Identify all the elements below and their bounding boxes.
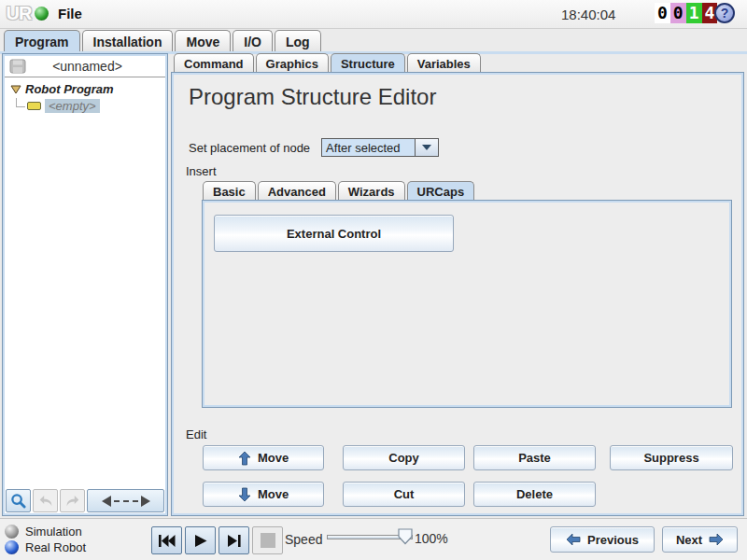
placement-label: Set placement of node — [189, 141, 310, 155]
status-orb-icon — [35, 7, 49, 21]
page-title: Program Structure Editor — [189, 84, 436, 110]
placement-row: Set placement of node After selected — [189, 138, 439, 157]
expand-triangle-icon[interactable] — [10, 85, 21, 94]
insert-label: Insert — [186, 164, 217, 178]
step-forward-button[interactable] — [218, 526, 249, 554]
tab-command[interactable]: Command — [174, 53, 254, 73]
polyscope-window: UR File 18:40:04 0 0 1 4 ? Program Insta… — [0, 0, 747, 560]
real-robot-radio-icon[interactable] — [5, 540, 19, 554]
tab-move[interactable]: Move — [175, 30, 231, 51]
top-bar: UR File 18:40:04 0 0 1 4 ? — [0, 0, 747, 29]
main-tab-bar: Program Installation Move I/O Log — [4, 30, 321, 51]
search-icon — [10, 493, 26, 509]
redo-icon — [64, 494, 81, 508]
delete-button[interactable]: Delete — [473, 482, 596, 507]
skip-end-icon — [226, 534, 242, 548]
help-icon[interactable]: ? — [714, 3, 735, 23]
tree-root-label: Robot Program — [25, 82, 114, 96]
tab-urcaps[interactable]: URCaps — [407, 181, 475, 201]
structure-editor-panel: Program Structure Editor Set placement o… — [172, 73, 743, 515]
tab-basic[interactable]: Basic — [203, 181, 256, 201]
empty-node-icon — [27, 102, 41, 110]
tree-connector — [16, 98, 25, 107]
real-robot-mode-option[interactable]: Real Robot — [5, 540, 86, 554]
placement-dropdown-arrow[interactable] — [415, 138, 439, 157]
insert-tab-bar: Basic Advanced Wizards URCaps — [203, 181, 474, 201]
program-file-header: <unnamed> — [5, 56, 165, 77]
urcaps-insert-panel: External Control — [203, 201, 731, 407]
previous-button[interactable]: Previous — [550, 526, 655, 553]
ur-logo-icon: UR — [2, 0, 35, 26]
suppress-button[interactable]: Suppress — [610, 445, 733, 470]
tab-wizards[interactable]: Wizards — [338, 181, 405, 201]
bottom-bar: Simulation Real Robot S — [0, 518, 747, 560]
move-up-icon — [238, 451, 251, 466]
undo-icon — [37, 494, 54, 508]
save-icon — [9, 59, 26, 74]
counter-digit: 0 — [670, 3, 686, 23]
tab-io[interactable]: I/O — [233, 30, 273, 51]
redo-button[interactable] — [60, 489, 85, 512]
cut-button[interactable]: Cut — [343, 482, 465, 507]
program-tree-panel: <unnamed> Robot Program <empty> — [3, 54, 167, 515]
move-down-button[interactable]: Move — [203, 482, 324, 507]
tab-program[interactable]: Program — [4, 30, 80, 51]
tab-structure[interactable]: Structure — [331, 53, 405, 73]
tree-row-root[interactable]: Robot Program — [10, 82, 165, 96]
speed-label: Speed — [285, 532, 322, 547]
stop-button[interactable] — [252, 526, 283, 554]
search-button[interactable] — [6, 489, 31, 512]
tree-toolbar — [6, 489, 164, 512]
next-icon — [709, 533, 724, 546]
undo-button[interactable] — [33, 489, 58, 512]
resize-icon — [102, 496, 111, 507]
edit-label: Edit — [186, 427, 206, 441]
counter-digit: 0 — [655, 3, 670, 23]
move-down-icon — [238, 487, 251, 502]
tab-installation[interactable]: Installation — [82, 30, 174, 51]
tab-graphics[interactable]: Graphics — [256, 53, 329, 73]
move-up-button[interactable]: Move — [203, 445, 324, 470]
program-name: <unnamed> — [26, 59, 148, 74]
skip-start-icon — [158, 534, 176, 548]
play-icon — [193, 534, 208, 548]
external-control-button[interactable]: External Control — [214, 215, 454, 252]
simulation-radio-icon[interactable] — [5, 525, 19, 539]
speed-slider-thumb[interactable] — [398, 528, 413, 545]
speed-value: 100% — [415, 531, 448, 546]
copy-button[interactable]: Copy — [343, 445, 465, 470]
play-button[interactable] — [185, 526, 216, 554]
simulation-mode-option[interactable]: Simulation — [5, 525, 82, 539]
skip-to-start-button[interactable] — [151, 526, 182, 554]
file-menu[interactable]: File — [58, 6, 82, 21]
real-robot-label: Real Robot — [25, 540, 86, 554]
chevron-down-icon — [422, 145, 431, 150]
paste-button[interactable]: Paste — [473, 445, 596, 470]
program-tree: Robot Program <empty> — [5, 77, 165, 488]
tree-row-empty[interactable]: <empty> — [16, 98, 165, 114]
clock: 18:40:04 — [561, 7, 615, 22]
stop-icon — [261, 533, 275, 548]
tree-empty-label: <empty> — [45, 99, 100, 113]
simulation-label: Simulation — [25, 525, 82, 539]
tab-variables[interactable]: Variables — [407, 53, 481, 73]
tab-log[interactable]: Log — [275, 30, 321, 51]
state-counter: 0 0 1 4 — [655, 3, 717, 23]
editor-tab-bar: Command Graphics Structure Variables — [174, 53, 481, 73]
tab-advanced[interactable]: Advanced — [258, 181, 336, 201]
placement-dropdown[interactable]: After selected — [321, 138, 415, 157]
counter-digit: 1 — [686, 3, 702, 23]
previous-icon — [566, 533, 581, 546]
next-button[interactable]: Next — [662, 526, 738, 553]
resize-panel-button[interactable] — [87, 489, 164, 512]
